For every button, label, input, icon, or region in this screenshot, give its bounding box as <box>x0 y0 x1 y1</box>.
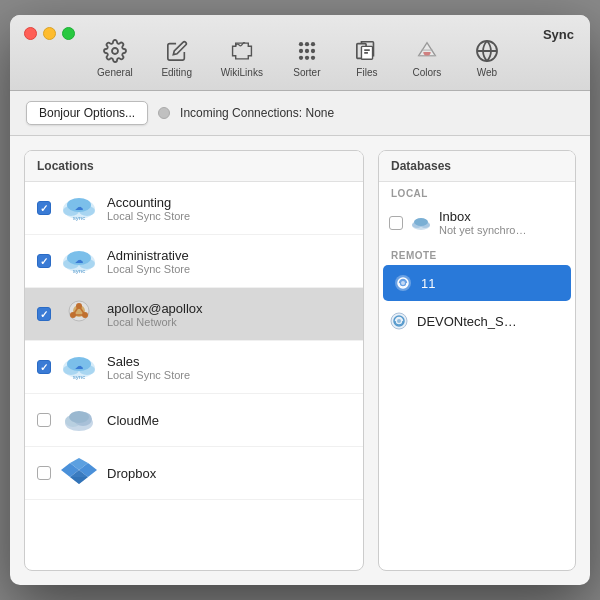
svg-point-6 <box>311 49 315 53</box>
puzzle-icon <box>226 37 258 65</box>
colors-icon <box>411 37 443 65</box>
svg-point-7 <box>299 56 303 60</box>
svg-text:sync: sync <box>73 215 85 221</box>
locations-header: Locations <box>25 151 363 182</box>
minimize-button[interactable] <box>43 27 56 40</box>
dropbox-name: Dropbox <box>107 466 351 481</box>
databases-header: Databases <box>379 151 575 182</box>
db-11-name: 11 <box>421 276 435 291</box>
toolbar-wikilinks-label: WikiLinks <box>221 67 263 78</box>
toolbar-item-colors[interactable]: Colors <box>397 33 457 82</box>
inbox-cloud-icon <box>411 213 431 233</box>
svg-point-44 <box>69 411 89 423</box>
apollox-name: apollox@apollox <box>107 301 351 316</box>
dropbox-info: Dropbox <box>107 466 351 481</box>
svg-point-57 <box>397 319 401 323</box>
pencil-icon <box>161 37 193 65</box>
sorter-icon <box>291 37 323 65</box>
svg-point-4 <box>299 49 303 53</box>
cloudme-icon <box>61 402 97 438</box>
svg-text:☁: ☁ <box>75 256 83 265</box>
cloudme-checkbox[interactable] <box>37 413 51 427</box>
title-bar: Sync General <box>10 15 590 91</box>
accounting-info: Accounting Local Sync Store <box>107 195 351 222</box>
svg-text:sync: sync <box>73 374 85 380</box>
toolbar-colors-label: Colors <box>412 67 441 78</box>
administrative-info: Administrative Local Sync Store <box>107 248 351 275</box>
location-list: ☁ sync Accounting Local Sync Store <box>25 182 363 570</box>
app-window: Sync General <box>10 15 590 585</box>
db-item-devontech[interactable]: DEVONtech_S… <box>379 303 575 339</box>
administrative-sub: Local Sync Store <box>107 263 351 275</box>
list-item[interactable]: CloudMe <box>25 394 363 447</box>
db-item-11[interactable]: 11 <box>383 265 571 301</box>
list-item[interactable]: ☁ sync Sales Local Sync Store <box>25 341 363 394</box>
svg-point-55 <box>401 281 405 285</box>
inbox-checkbox[interactable] <box>389 216 403 230</box>
db-item-inbox[interactable]: Inbox Not yet synchro… <box>379 201 575 244</box>
gear-icon <box>99 37 131 65</box>
list-item[interactable]: Dropbox <box>25 447 363 500</box>
list-item[interactable]: ☁ sync Administrative Local Sync Store <box>25 235 363 288</box>
svg-text:☁: ☁ <box>75 362 83 371</box>
toolbar-item-wikilinks[interactable]: WikiLinks <box>207 33 277 82</box>
list-item[interactable]: apollox@apollox Local Network <box>25 288 363 341</box>
svg-point-2 <box>305 42 309 46</box>
incoming-connections-label: Incoming Connections: None <box>180 106 334 120</box>
svg-point-5 <box>305 49 309 53</box>
toolbar-sorter-label: Sorter <box>293 67 320 78</box>
svg-text:sync: sync <box>73 268 85 274</box>
svg-point-1 <box>299 42 303 46</box>
sales-name: Sales <box>107 354 351 369</box>
accounting-name: Accounting <box>107 195 351 210</box>
apollox-sub: Local Network <box>107 316 351 328</box>
devontech-icon <box>389 311 409 331</box>
toolbar: General Editing <box>83 33 517 90</box>
options-bar: Bonjour Options... Incoming Connections:… <box>10 91 590 136</box>
main-content: Locations ☁ sync <box>10 136 590 585</box>
apollox-icon <box>61 296 97 332</box>
inbox-name: Inbox <box>439 209 565 224</box>
svg-point-0 <box>112 48 118 54</box>
toolbar-item-files[interactable]: Files <box>337 33 397 82</box>
toolbar-item-sorter[interactable]: Sorter <box>277 33 337 82</box>
svg-point-53 <box>414 218 428 226</box>
toolbar-web-label: Web <box>477 67 497 78</box>
administrative-icon: ☁ sync <box>61 243 97 279</box>
traffic-lights <box>24 27 75 40</box>
svg-point-9 <box>311 56 315 60</box>
inbox-sub: Not yet synchro… <box>439 224 565 236</box>
connection-indicator <box>158 107 170 119</box>
window-title: Sync <box>543 27 574 42</box>
accounting-checkbox[interactable] <box>37 201 51 215</box>
sales-sub: Local Sync Store <box>107 369 351 381</box>
cloudme-info: CloudMe <box>107 413 351 428</box>
files-icon <box>351 37 383 65</box>
dropbox-checkbox[interactable] <box>37 466 51 480</box>
toolbar-item-web[interactable]: Web <box>457 33 517 82</box>
apollox-info: apollox@apollox Local Network <box>107 301 351 328</box>
bonjour-options-button[interactable]: Bonjour Options... <box>26 101 148 125</box>
apollox-checkbox[interactable] <box>37 307 51 321</box>
locations-panel: Locations ☁ sync <box>24 150 364 571</box>
dropbox-icon <box>61 455 97 491</box>
list-item[interactable]: ☁ sync Accounting Local Sync Store <box>25 182 363 235</box>
zoom-button[interactable] <box>62 27 75 40</box>
sales-icon: ☁ sync <box>61 349 97 385</box>
remote-section-label: REMOTE <box>379 244 575 263</box>
accounting-icon: ☁ sync <box>61 190 97 226</box>
databases-panel: Databases LOCAL Inbox Not yet synchro… <box>378 150 576 571</box>
administrative-checkbox[interactable] <box>37 254 51 268</box>
close-button[interactable] <box>24 27 37 40</box>
cloudme-name: CloudMe <box>107 413 351 428</box>
local-section-label: LOCAL <box>379 182 575 201</box>
svg-text:☁: ☁ <box>75 203 83 212</box>
svg-point-8 <box>305 56 309 60</box>
toolbar-item-editing[interactable]: Editing <box>147 33 207 82</box>
toolbar-item-general[interactable]: General <box>83 33 147 82</box>
globe-icon <box>471 37 503 65</box>
devontech-name: DEVONtech_S… <box>417 314 517 329</box>
svg-point-3 <box>311 42 315 46</box>
sales-checkbox[interactable] <box>37 360 51 374</box>
administrative-name: Administrative <box>107 248 351 263</box>
